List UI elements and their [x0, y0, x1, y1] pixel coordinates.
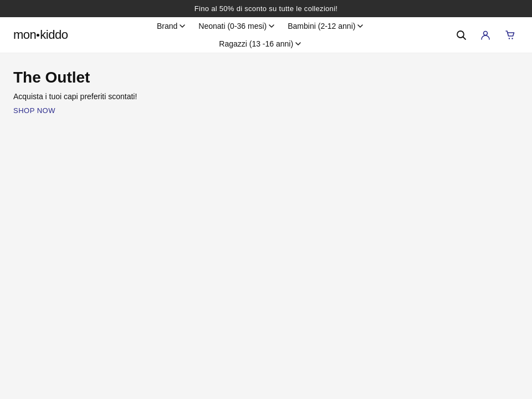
svg-line-1 [463, 37, 466, 40]
chevron-down-icon [295, 42, 301, 45]
cart-icon [504, 29, 515, 40]
svg-point-2 [484, 32, 488, 35]
svg-point-3 [509, 38, 510, 39]
nav-item-ragazzi[interactable]: Ragazzi (13 -16 anni) [213, 35, 306, 53]
chevron-down-icon [180, 24, 185, 28]
logo-part1: mon [13, 28, 36, 42]
logo-part2: kiddo [40, 28, 68, 42]
nav-item-neonati[interactable]: Neonati (0-36 mesi) [193, 17, 280, 35]
search-icon [456, 29, 467, 40]
chevron-down-icon [357, 24, 363, 28]
shop-now-link[interactable]: SHOP NOW [13, 106, 55, 115]
site-header: monkiddo Brand Neonati (0-36 mesi) [0, 17, 532, 53]
main-nav: Brand Neonati (0-36 mesi) Bambini (2-12 … [68, 17, 452, 53]
header-icons [452, 26, 519, 44]
svg-point-4 [511, 38, 513, 39]
nav-row-1: Brand Neonati (0-36 mesi) Bambini (2-12 … [68, 17, 452, 35]
site-logo[interactable]: monkiddo [13, 28, 68, 42]
nav-item-bambini[interactable]: Bambini (2-12 anni) [282, 17, 369, 35]
search-button[interactable] [452, 26, 470, 44]
account-button[interactable] [477, 26, 494, 44]
nav-item-brand[interactable]: Brand [151, 17, 191, 35]
main-content: The Outlet Acquista i tuoi capi preferit… [0, 53, 532, 386]
nav-label-brand: Brand [157, 22, 177, 30]
page-title: The Outlet [13, 69, 519, 86]
nav-label-ragazzi: Ragazzi (13 -16 anni) [219, 39, 293, 48]
nav-label-bambini: Bambini (2-12 anni) [288, 22, 355, 30]
nav-label-neonati: Neonati (0-36 mesi) [198, 22, 267, 30]
cart-button[interactable] [501, 26, 519, 44]
nav-row-2: Ragazzi (13 -16 anni) [68, 35, 452, 53]
logo-dot [37, 34, 39, 37]
page-subtitle: Acquista i tuoi capi preferiti scontati! [13, 92, 519, 101]
chevron-down-icon [269, 24, 274, 28]
announcement-text: Fino al 50% di sconto su tutte le collez… [195, 4, 337, 13]
announcement-bar: Fino al 50% di sconto su tutte le collez… [0, 0, 532, 17]
account-icon [480, 29, 491, 40]
